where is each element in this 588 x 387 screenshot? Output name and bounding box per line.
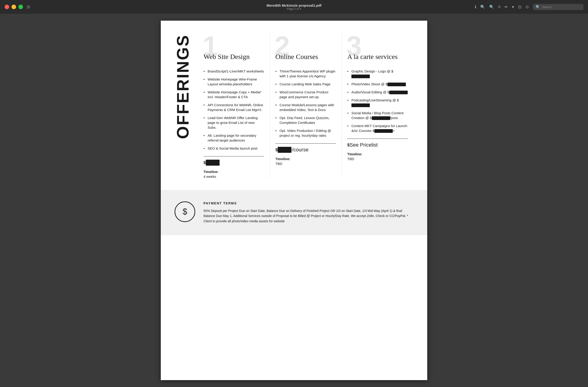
payment-title: PAYMENT TERMS bbox=[204, 201, 413, 205]
zoom-in-icon[interactable]: 🔍 bbox=[480, 5, 485, 9]
col1-timeline-label: Timeline: bbox=[204, 170, 264, 174]
col2-timeline-label: Timeline: bbox=[275, 157, 336, 161]
col3-timeline-value: TBD bbox=[347, 157, 408, 161]
payment-terms-section: $ PAYMENT TERMS 50% Deposit per Project … bbox=[161, 190, 427, 235]
payment-content: PAYMENT TERMS 50% Deposit per Project Du… bbox=[204, 201, 413, 224]
crop-icon[interactable]: ⊡ bbox=[518, 5, 521, 9]
list-item: Website Homepage Wire-Frame Layout w/med… bbox=[204, 77, 264, 86]
col3-timeline-label: Timeline: bbox=[347, 152, 408, 156]
col1-price: $ bbox=[204, 160, 264, 166]
annotate-dropdown-icon[interactable]: ▾ bbox=[512, 5, 514, 9]
column-alacarte: 3 A la carte services Graphic Design - L… bbox=[342, 34, 413, 178]
list-item: WooCommerce Course Product page and paym… bbox=[275, 90, 336, 99]
main-content-area: OFFERINGS 1 Web Site Design BrandScript/… bbox=[0, 14, 588, 387]
payment-icon: $ bbox=[175, 201, 195, 222]
list-item: Course Module/Lessons pages with embedde… bbox=[275, 102, 336, 112]
redact-icon[interactable]: ⊙ bbox=[525, 5, 529, 9]
titlebar: ⊞ Meredith McKenzie proposal1.pdf Page 2… bbox=[0, 0, 588, 14]
col3-list: Graphic Design - Logo @ $ Photo/Video Sh… bbox=[347, 69, 408, 133]
document-page-info: Page 2 of 4 bbox=[266, 7, 321, 11]
col2-divider bbox=[275, 143, 336, 144]
list-item: Podcasting/LiveStreaming @ $ bbox=[347, 98, 408, 107]
price-redacted-2 bbox=[278, 147, 292, 153]
col1-list: BrandScript/1-Liner/MKT worksheets Websi… bbox=[204, 69, 264, 151]
col2-price: $ /course bbox=[275, 147, 336, 153]
col2-title: Online Courses bbox=[275, 53, 336, 60]
price-redacted-1 bbox=[206, 160, 220, 166]
list-item: Alt. Landing page for secondary referral… bbox=[204, 133, 264, 143]
col2-timeline-value: TBD bbox=[275, 162, 336, 166]
list-item: Social Media / Blog Posts Content Creati… bbox=[347, 111, 408, 120]
pdf-page: OFFERINGS 1 Web Site Design BrandScript/… bbox=[161, 21, 427, 380]
list-item: Photo/Video Shoot @ $ bbox=[347, 82, 408, 86]
list-item: Website Homepage Copy + Media* incl. Hea… bbox=[204, 90, 264, 99]
col1-title: Web Site Design bbox=[204, 53, 264, 60]
zoom-out-icon[interactable]: 🔍 bbox=[489, 5, 494, 9]
col1-divider bbox=[204, 156, 264, 156]
close-button[interactable] bbox=[5, 5, 9, 9]
list-item: API Connections for WebNR, Online Paymen… bbox=[204, 102, 264, 112]
col3-divider bbox=[347, 138, 408, 139]
list-item: Opt. Video Production / Editing @ projec… bbox=[275, 128, 336, 138]
offerings-label: OFFERINGS bbox=[175, 34, 191, 139]
column-online-courses: 2 Online Courses ThriveThemes Apprentice… bbox=[270, 34, 342, 178]
search-icon: 🔍 bbox=[536, 5, 540, 9]
col1-timeline-value: 4 weeks bbox=[204, 174, 264, 178]
list-item: Graphic Design - Logo @ $ bbox=[347, 69, 408, 78]
list-item: BrandScript/1-Liner/MKT worksheets bbox=[204, 69, 264, 74]
list-item: Lead-Gen WebNR Offer Landing page to gro… bbox=[204, 116, 264, 130]
info-icon[interactable]: ℹ bbox=[475, 5, 476, 9]
document-filename: Meredith McKenzie proposal1.pdf bbox=[266, 3, 321, 7]
traffic-lights bbox=[5, 5, 23, 9]
title-section: Meredith McKenzie proposal1.pdf Page 2 o… bbox=[266, 3, 321, 11]
minimize-button[interactable] bbox=[11, 5, 16, 9]
share-icon[interactable]: ⎋ bbox=[498, 5, 501, 9]
offerings-section: OFFERINGS 1 Web Site Design BrandScript/… bbox=[161, 21, 427, 190]
list-item: Opt. Drip Feed, Lesson Quizzes, Completi… bbox=[275, 116, 336, 125]
list-item: Content MKT Campaigns for Launch &/or Co… bbox=[347, 123, 408, 133]
fullscreen-button[interactable] bbox=[18, 5, 23, 9]
sidebar-toggle-icon[interactable]: ⊞ bbox=[27, 4, 30, 9]
list-item: Audio/Visual Editing @ $ bbox=[347, 90, 408, 95]
column-web-design: 1 Web Site Design BrandScript/1-Liner/MK… bbox=[198, 34, 270, 178]
search-box[interactable]: 🔍 bbox=[533, 4, 583, 10]
dollar-symbol: $ bbox=[183, 207, 187, 216]
list-item: SEO & Social Media launch post bbox=[204, 146, 264, 151]
col3-price: $See Pricelist bbox=[347, 142, 408, 148]
annotate-icon[interactable]: ✏ bbox=[505, 5, 508, 9]
col2-list: ThriveThemes Apprentice WP plugin with 1… bbox=[275, 69, 336, 138]
list-item: ThriveThemes Apprentice WP plugin with 1… bbox=[275, 69, 336, 78]
list-item: Course Landing Web Sales Page bbox=[275, 82, 336, 86]
toolbar-right: ℹ 🔍 🔍 ⎋ ✏ ▾ ⊡ ⊙ 🔍 bbox=[475, 4, 583, 10]
columns-area: 1 Web Site Design BrandScript/1-Liner/MK… bbox=[198, 34, 413, 178]
payment-text: 50% Deposit per Project Due on Start Dat… bbox=[204, 208, 413, 224]
search-input[interactable] bbox=[542, 5, 581, 9]
col3-title: A la carte services bbox=[347, 53, 408, 60]
col3-price-text: See Pricelist bbox=[350, 142, 378, 148]
